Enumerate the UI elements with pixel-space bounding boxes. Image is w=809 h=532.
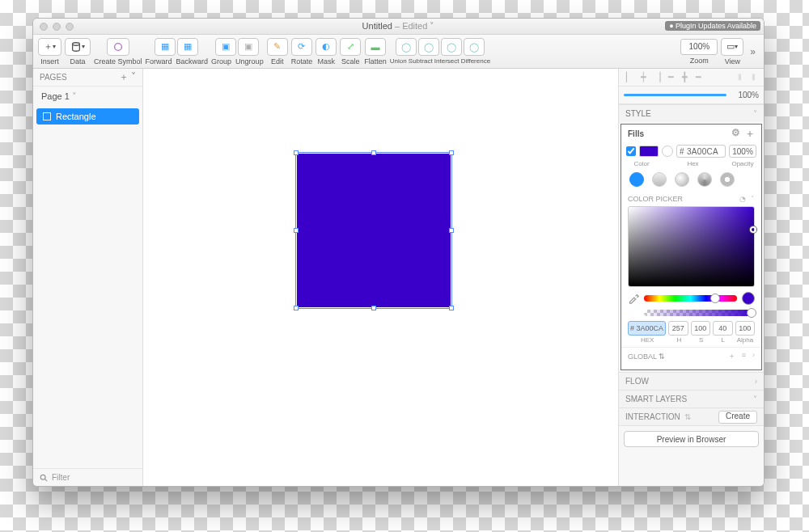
edited-indicator: – Edited [392,21,427,31]
zoom-group: 100%Zoom [680,39,718,65]
ungroup-button[interactable]: ▣ [238,38,259,56]
zoom-field[interactable]: 100% [680,39,718,55]
fill-type-icon[interactable] [662,146,673,157]
fills-section: Fills ⚙＋ # 3A00CA 100% Color Hex Opacity [621,124,762,370]
color-cursor[interactable] [750,226,756,233]
preview-in-browser-button[interactable]: Preview in Browser [624,431,759,447]
create-symbol-button[interactable] [107,38,129,56]
pattern-fill-icon[interactable] [720,172,735,187]
chevron-down-icon[interactable]: ˅ [427,21,434,31]
chevron-down-icon[interactable]: ˅ [751,195,755,203]
fill-hex-field[interactable]: # 3A00CA [676,145,726,158]
align-top-icon[interactable]: ━ [665,72,676,83]
data-group: ▾Data [65,38,91,65]
align-right-icon[interactable]: ▕ [651,72,663,83]
maximize-icon[interactable] [66,23,74,31]
view-button[interactable]: ▭▾ [721,38,743,56]
toolbar: ＋▾Insert ▾Data Create Symbol ▦ ▦ Forward… [33,35,764,69]
app-window: Untitled – Edited ˅ ● PlugIn Updates Ava… [32,18,765,487]
resize-handle[interactable] [449,228,454,233]
saturation-field[interactable]: 100 [691,321,711,336]
color-picker-label: COLOR PICKER [628,195,683,203]
fills-label: Fills [628,129,644,138]
align-middle-icon[interactable]: ╋ [679,72,690,83]
resize-handle[interactable] [294,306,299,310]
gear-icon[interactable]: ⚙ [731,127,740,141]
distribute-icon[interactable]: ⫴ [748,72,759,83]
traffic-lights[interactable] [40,23,74,31]
resize-handle[interactable] [371,150,376,155]
pages-panel: PAGES ＋ ˅ Page 1 ˅ Rectangle Filter [33,69,143,486]
add-global-icon[interactable]: ＋ [728,351,735,361]
filter-row[interactable]: Filter [33,468,142,486]
alpha-slider[interactable] [644,310,755,316]
resize-handle[interactable] [371,306,376,310]
opacity-slider[interactable] [624,94,726,96]
overflow-icon[interactable]: » [747,46,759,57]
eyedropper-icon[interactable] [628,293,639,304]
flow-section[interactable]: FLOW› [619,372,764,390]
alpha-knob[interactable] [747,308,756,318]
distribute-icon[interactable]: ⫴ [734,72,745,83]
intersect-button[interactable]: ◯ [441,38,462,56]
radial-gradient-icon[interactable] [675,172,689,187]
resize-handle[interactable] [449,150,454,155]
minimize-icon[interactable] [53,23,61,31]
group-button[interactable]: ▣ [215,38,236,56]
data-button[interactable]: ▾ [65,38,91,56]
page-selector[interactable]: Page 1 ˅ [33,87,142,107]
chevron-down-icon[interactable]: ˅ [131,71,136,82]
chevron-right-icon[interactable]: › [752,351,755,361]
global-colors-row[interactable]: GLOBAL ⇅ ＋≡› [621,347,761,365]
svg-point-1 [40,475,45,479]
interaction-section: INTERACTION ⇅ Create [619,407,764,425]
fill-enabled-checkbox[interactable] [626,146,636,156]
resize-handle[interactable] [294,228,299,233]
pages-header: PAGES [40,73,67,82]
resize-handle[interactable] [449,306,454,310]
solid-fill-icon[interactable] [629,172,644,187]
canvas[interactable] [143,69,618,486]
filter-icon [40,474,48,482]
lightness-field[interactable]: 40 [713,321,733,336]
forward-button[interactable]: ▦ [155,38,176,56]
fill-swatch[interactable] [639,146,659,157]
color-picker-area[interactable] [628,206,755,287]
history-icon[interactable]: ◔ [739,195,746,203]
hue-knob[interactable] [710,293,720,303]
align-bottom-icon[interactable]: ━ [693,72,704,83]
hex-field[interactable]: # 3A00CA [628,321,666,336]
titlebar: Untitled – Edited ˅ ● PlugIn Updates Ava… [33,19,764,35]
plugin-updates-badge[interactable]: ● PlugIn Updates Available [665,21,760,31]
align-center-icon[interactable]: ┿ [637,72,649,83]
alignment-row: ▏ ┿ ▕ ━ ╋ ━ ⫴ ⫴ [619,69,764,87]
fill-opacity-field[interactable]: 100% [729,145,756,158]
add-page-icon[interactable]: ＋ [119,71,129,82]
smart-layers-section[interactable]: SMART LAYERS˅ [619,390,764,407]
edit-button[interactable]: ✎ [267,38,288,56]
insert-button[interactable]: ＋▾ [38,38,61,56]
chevron-right-icon: › [755,377,757,386]
linear-gradient-icon[interactable] [652,172,667,187]
difference-button[interactable]: ◯ [464,38,485,56]
resize-handle[interactable] [294,150,299,155]
angular-gradient-icon[interactable] [697,172,712,187]
scale-button[interactable]: ⤢ [340,38,361,56]
subtract-button[interactable]: ◯ [418,38,439,56]
hue-slider[interactable] [644,295,737,302]
rotate-button[interactable]: ⟳ [291,38,312,56]
opacity-value[interactable]: 100% [731,91,759,99]
union-button[interactable]: ◯ [396,38,417,56]
style-section-header[interactable]: STYLE˅ [619,104,764,122]
close-icon[interactable] [40,23,48,31]
alpha-field[interactable]: 100 [735,321,756,336]
flatten-button[interactable]: ▬ [365,38,386,56]
create-interaction-button[interactable]: Create [718,411,757,424]
add-fill-icon[interactable]: ＋ [745,127,755,141]
layer-item-rectangle[interactable]: Rectangle [36,108,139,125]
mask-button[interactable]: ◐ [316,38,337,56]
align-left-icon[interactable]: ▏ [624,72,635,83]
backward-button[interactable]: ▦ [177,38,198,56]
hue-field[interactable]: 257 [668,321,688,336]
list-icon[interactable]: ≡ [742,351,746,361]
